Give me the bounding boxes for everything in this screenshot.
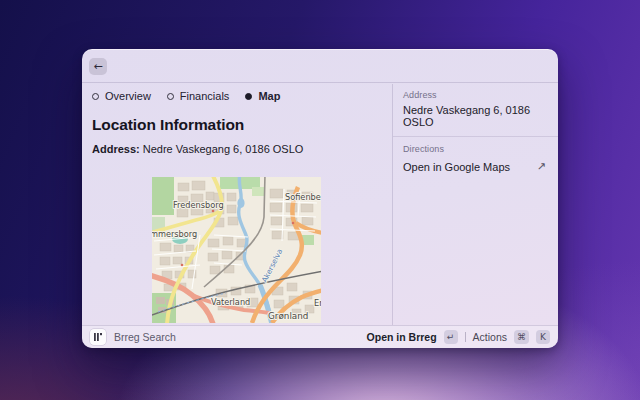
map-label-sofienberg: Sofienber bbox=[285, 192, 321, 202]
map-label-east-partial: En bbox=[314, 298, 321, 308]
window-header: ← bbox=[82, 50, 558, 83]
back-arrow-icon: ← bbox=[93, 61, 102, 72]
map-label-fredensborg: Fredensborg bbox=[173, 200, 224, 210]
map-label-vaterland: Vaterland bbox=[211, 297, 250, 307]
k-key-badge: K bbox=[536, 330, 550, 344]
tab-overview[interactable]: Overview bbox=[92, 90, 151, 102]
page-title: Location Information bbox=[92, 116, 382, 134]
command-bar-actions: Open in Brreg ↵ Actions ⌘ K bbox=[367, 330, 550, 344]
back-button[interactable]: ← bbox=[89, 58, 107, 75]
divider bbox=[465, 332, 466, 342]
radio-unselected-icon bbox=[167, 93, 174, 100]
sidebar-divider bbox=[393, 136, 558, 137]
tab-map-label: Map bbox=[258, 90, 280, 102]
actions-button[interactable]: Actions bbox=[473, 331, 507, 343]
open-in-brreg-button[interactable]: Open in Brreg bbox=[367, 331, 437, 343]
map-label-hammersborg: mmersborg bbox=[152, 229, 197, 239]
open-google-maps-link[interactable]: Open in Google Maps ↗ bbox=[403, 160, 548, 173]
tab-financials[interactable]: Financials bbox=[167, 90, 230, 102]
open-google-maps-label: Open in Google Maps bbox=[403, 161, 510, 173]
app-window: ← Overview Financials Map Location Infor… bbox=[82, 49, 558, 348]
cmd-key-badge: ⌘ bbox=[514, 330, 529, 344]
tab-financials-label: Financials bbox=[180, 90, 230, 102]
details-sidebar: Address Nedre Vaskegang 6, 0186 OSLO Dir… bbox=[392, 84, 558, 325]
tab-overview-label: Overview bbox=[105, 90, 151, 102]
address-line: Address: Nedre Vaskegang 6, 0186 OSLO bbox=[92, 143, 382, 155]
radio-selected-icon bbox=[245, 93, 252, 100]
sidebar-address-label: Address bbox=[403, 90, 548, 100]
brreg-logo-icon bbox=[90, 329, 106, 345]
map-label-gronland: Grønland bbox=[268, 311, 308, 321]
address-line-label: Address: bbox=[92, 143, 140, 155]
window-body: Overview Financials Map Location Informa… bbox=[82, 84, 558, 325]
sidebar-address-value: Nedre Vaskegang 6, 0186 OSLO bbox=[403, 104, 548, 128]
sidebar-directions-label: Directions bbox=[403, 144, 548, 154]
tab-bar: Overview Financials Map bbox=[92, 90, 382, 102]
address-line-value: Nedre Vaskegang 6, 0186 OSLO bbox=[143, 143, 304, 155]
radio-unselected-icon bbox=[92, 93, 99, 100]
enter-key-badge: ↵ bbox=[444, 330, 458, 344]
command-bar: Brreg Search Open in Brreg ↵ Actions ⌘ K bbox=[82, 325, 558, 348]
main-panel: Overview Financials Map Location Informa… bbox=[82, 84, 392, 325]
map-image: Fredensborg mmersborg Sofienber Vaterlan… bbox=[152, 177, 321, 323]
external-link-icon: ↗ bbox=[537, 160, 546, 173]
tab-map[interactable]: Map bbox=[245, 90, 280, 102]
search-input[interactable]: Brreg Search bbox=[114, 331, 176, 343]
